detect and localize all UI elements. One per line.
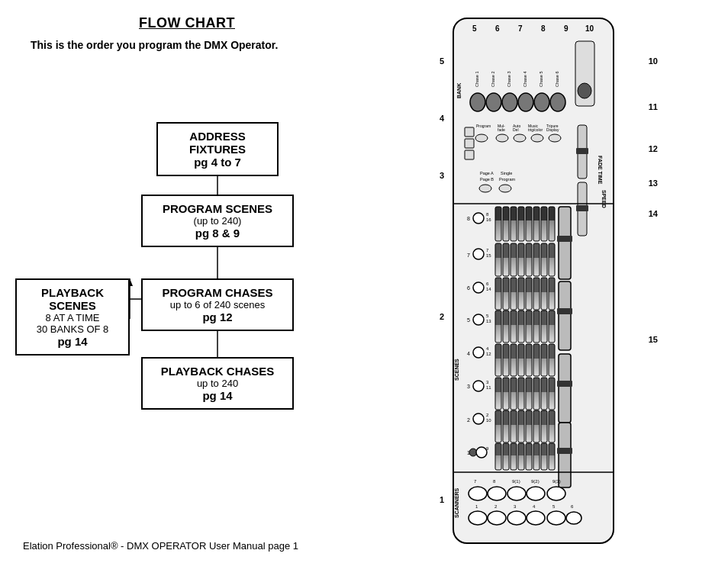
svg-rect-162: [518, 443, 524, 470]
svg-text:Single: Single: [501, 171, 512, 175]
svg-rect-101: [559, 282, 571, 350]
svg-point-24: [470, 93, 485, 111]
svg-rect-138: [533, 378, 540, 410]
svg-rect-124: [533, 344, 540, 376]
svg-text:SPEED: SPEED: [601, 190, 607, 208]
pb-scenes-line3: 30 BANKS OF 8: [26, 323, 119, 335]
svg-rect-68: [503, 207, 509, 241]
svg-rect-128: [557, 381, 572, 387]
footer-text: Elation Professional® - DMX OPERATOR Use…: [23, 540, 298, 552]
svg-rect-126: [549, 344, 555, 376]
svg-point-157: [476, 447, 487, 458]
svg-rect-99: [541, 278, 547, 310]
svg-point-190: [566, 512, 581, 524]
svg-text:4: 4: [467, 351, 470, 356]
svg-rect-133: [495, 378, 501, 410]
svg-point-41: [475, 134, 488, 142]
svg-rect-149: [526, 410, 532, 442]
svg-text:6: 6: [495, 24, 500, 33]
svg-text:9: 9: [564, 24, 569, 33]
svg-rect-151: [541, 410, 547, 442]
svg-text:5: 5: [467, 317, 470, 323]
svg-text:3: 3: [467, 384, 470, 389]
program-scenes-box: PROGRAM SCENES (up to 240) pg 8 & 9: [141, 195, 294, 247]
svg-rect-140: [549, 378, 555, 410]
svg-point-27: [518, 93, 533, 111]
svg-text:Chase 4: Chase 4: [523, 72, 527, 88]
svg-point-177: [527, 487, 545, 500]
svg-text:2: 2: [467, 417, 470, 423]
svg-rect-114: [549, 310, 555, 343]
prog-chases-line2: up to 6 of 240 scenes: [152, 299, 283, 310]
svg-text:FADE TIME: FADE TIME: [598, 156, 603, 185]
svg-rect-111: [526, 310, 532, 343]
pb-scenes-line4: pg 14: [26, 335, 119, 348]
svg-point-189: [547, 511, 565, 525]
svg-rect-159: [495, 443, 501, 470]
svg-point-28: [534, 93, 549, 111]
svg-rect-59: [465, 139, 474, 148]
playback-chases-box: PLAYBACK CHASES up to 240 pg 14: [141, 357, 294, 410]
svg-text:7: 7: [467, 253, 470, 258]
address-line3: pg 4 to 7: [167, 156, 268, 169]
svg-point-45: [549, 134, 561, 142]
svg-text:5: 5: [472, 24, 477, 33]
svg-text:15: 15: [486, 253, 491, 258]
svg-text:8: 8: [541, 24, 546, 33]
svg-text:8: 8: [467, 216, 470, 221]
svg-rect-165: [541, 443, 547, 470]
svg-rect-127: [559, 354, 571, 423]
svg-rect-69: [511, 207, 517, 241]
svg-text:13: 13: [486, 319, 491, 323]
svg-rect-119: [495, 344, 501, 376]
subtitle: This is the order you program the DMX Op…: [23, 39, 351, 51]
pb-chases-line3: pg 14: [152, 389, 283, 402]
svg-rect-147: [511, 410, 517, 442]
svg-point-174: [469, 487, 487, 500]
svg-rect-163: [526, 443, 532, 470]
svg-rect-51: [576, 205, 588, 211]
svg-rect-164: [533, 443, 540, 470]
svg-text:9(3): 9(3): [552, 479, 561, 484]
svg-point-42: [496, 134, 508, 142]
address-fixtures-box: ADDRESS FIXTURES pg 4 to 7: [156, 122, 279, 176]
svg-rect-93: [495, 278, 501, 310]
svg-point-130: [473, 381, 484, 391]
svg-rect-95: [511, 278, 517, 310]
svg-rect-166: [549, 443, 555, 470]
prog-scenes-line1: PROGRAM SCENES: [152, 202, 283, 215]
svg-text:10: 10: [585, 24, 594, 33]
svg-point-44: [531, 134, 543, 142]
svg-rect-148: [518, 410, 524, 442]
svg-text:7: 7: [518, 24, 523, 33]
svg-point-29: [550, 93, 565, 111]
svg-rect-120: [503, 344, 509, 376]
svg-rect-85: [526, 243, 532, 276]
svg-point-104: [473, 314, 484, 325]
device-svg: 5 6 7 8 9 10 BANK Chase 1 Chase 2 Chase …: [438, 14, 636, 549]
svg-point-56: [479, 185, 491, 192]
svg-text:fade: fade: [498, 127, 505, 132]
svg-rect-81: [495, 243, 501, 276]
svg-rect-125: [541, 344, 547, 376]
svg-rect-74: [549, 207, 555, 241]
svg-point-78: [473, 249, 484, 259]
prog-scenes-line2: (up to 240): [152, 215, 283, 227]
prog-chases-line3: pg 12: [152, 310, 283, 323]
svg-rect-152: [549, 410, 555, 442]
svg-text:trig/color: trig/color: [528, 127, 543, 132]
svg-rect-98: [533, 278, 540, 310]
svg-rect-145: [495, 410, 501, 442]
svg-rect-161: [511, 443, 517, 470]
svg-text:10: 10: [486, 418, 491, 423]
svg-rect-109: [511, 310, 517, 343]
svg-point-188: [527, 511, 545, 525]
svg-text:Chase 2: Chase 2: [491, 72, 495, 88]
svg-point-64: [473, 213, 484, 224]
svg-rect-108: [503, 310, 509, 343]
prog-chases-line1: PROGRAM CHASES: [152, 286, 283, 299]
svg-point-176: [507, 487, 526, 500]
svg-text:Chase 1: Chase 1: [475, 72, 479, 88]
svg-rect-87: [541, 243, 547, 276]
program-chases-box: PROGRAM CHASES up to 6 of 240 scenes pg …: [141, 278, 294, 331]
